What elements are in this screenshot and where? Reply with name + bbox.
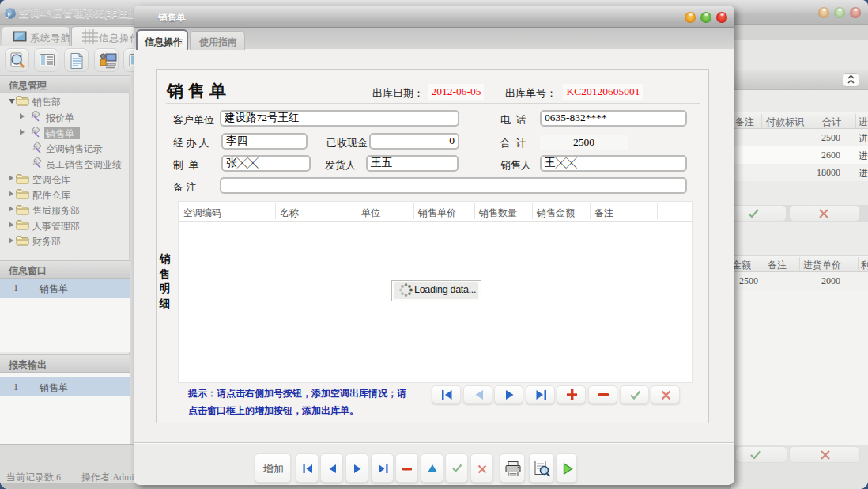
svg-text:y: y: [6, 9, 11, 18]
